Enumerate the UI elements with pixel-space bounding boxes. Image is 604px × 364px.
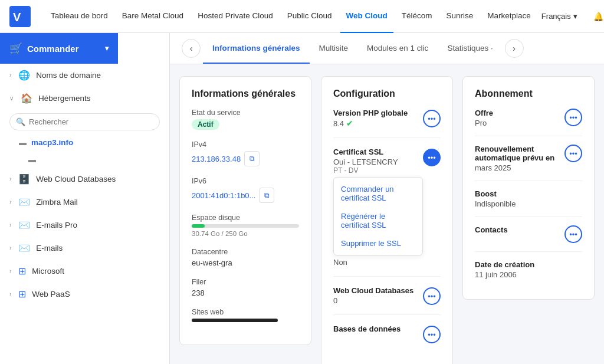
sidebar-item-web-cloud-databases[interactable]: › 🗄️ Web Cloud Databases — [0, 168, 169, 191]
svg-text:V: V — [13, 11, 21, 24]
config-bases: Bases de données ••• — [333, 324, 441, 353]
renouvellement-more-button[interactable]: ••• — [564, 145, 582, 162]
offre-more-button[interactable]: ••• — [564, 109, 582, 126]
mail-pro-icon: ✉️ — [18, 219, 30, 231]
sidebar-item-microsoft[interactable]: › ⊞ Microsoft — [0, 260, 169, 283]
cart-icon: 🛒 — [9, 42, 22, 55]
tab-next-button[interactable]: › — [505, 39, 524, 58]
copy-ipv4-button[interactable]: ⧉ — [244, 151, 260, 166]
main-content: ‹ Informations générales Multisite Modul… — [170, 33, 604, 364]
ipv4-value: 213.186.33.48 — [192, 155, 241, 163]
chevron-right-icon: › — [9, 199, 11, 205]
ssl-dropdown-supprimer[interactable]: Supprimer le SSL — [334, 234, 422, 252]
boost-value: Indisponible — [475, 199, 516, 208]
databases-more-button[interactable]: ••• — [423, 287, 441, 305]
nav-bare-metal[interactable]: Bare Metal Cloud — [116, 0, 189, 33]
config-databases: Web Cloud Databases 0 ••• — [333, 286, 441, 315]
sidebar-item-noms-de-domaine[interactable]: › 🌐 Noms de domaine — [0, 64, 169, 87]
tab-informations-generales[interactable]: Informations générales — [203, 33, 310, 64]
sites-label: Sites web — [192, 308, 299, 316]
ssl-more-button[interactable]: ••• — [423, 149, 441, 166]
renouvellement-label: Renouvellement automatique prévu en — [475, 145, 564, 162]
info-ipv4: IPv4 213.186.33.48 ⧉ — [192, 140, 299, 166]
copy-ipv6-button[interactable]: ⧉ — [259, 188, 274, 203]
contacts-more-button[interactable]: ••• — [564, 225, 582, 243]
chevron-right-icon: › — [9, 176, 11, 182]
contacts-label: Contacts — [475, 225, 508, 234]
progress-bar-fill — [192, 224, 205, 228]
config-title: Configuration — [333, 88, 441, 99]
date-value: 11 juin 2006 — [475, 270, 534, 279]
abo-date-creation: Date de création 11 juin 2006 — [475, 260, 582, 287]
sidebar-item-web-paas[interactable]: › ⊞ Web PaaS — [0, 283, 169, 306]
notification-icon[interactable]: 🔔 — [589, 7, 604, 26]
progress-bar-bg — [192, 224, 299, 228]
nav-marketplace[interactable]: Marketplace — [481, 0, 537, 33]
databases-value: 0 — [333, 296, 413, 305]
php-more-button[interactable]: ••• — [423, 110, 441, 127]
tab-statistiques[interactable]: Statistiques · — [438, 33, 502, 64]
app-body: 🛒 Commander ▾ › 🌐 Noms de domaine ∨ 🏠 Hé… — [0, 33, 604, 364]
sidebar-item-macp3[interactable]: ▬ macp3.info — [19, 134, 169, 151]
paas-icon: ⊞ — [18, 288, 26, 300]
php-label: Version PHP globale — [333, 109, 408, 117]
config-ssl: Certificat SSL Oui - LETSENCRY PT - DV C… — [333, 147, 441, 277]
card-informations-generales: Informations générales Etat du service A… — [179, 76, 311, 345]
nav-telecom[interactable]: Télécom — [396, 0, 438, 33]
sidebar-item-zimbra-mail[interactable]: › ✉️ Zimbra Mail — [0, 191, 169, 214]
hosting-icon: 🏠 — [21, 93, 32, 104]
nav-hosted-private[interactable]: Hosted Private Cloud — [192, 0, 279, 33]
bases-label: Bases de données — [333, 324, 401, 333]
language-selector[interactable]: Français ▾ — [537, 9, 582, 23]
nav-links: Tableau de bord Bare Metal Cloud Hosted … — [45, 0, 537, 33]
commander-button[interactable]: 🛒 Commander ▾ — [0, 33, 118, 64]
card-abonnement: Abonnement Offre Pro ••• Renouvellement … — [462, 76, 595, 300]
abo-offre: Offre Pro ••• — [475, 109, 582, 136]
info-datacentre: Datacentre eu-west-gra — [192, 248, 299, 267]
nav-public-cloud[interactable]: Public Cloud — [281, 0, 338, 33]
date-label: Date de création — [475, 260, 534, 269]
ipv6-value: 2001:41d0:1:1b0... — [192, 191, 255, 200]
card-info-title: Informations générales — [192, 88, 299, 99]
nav-sunrise[interactable]: Sunrise — [441, 0, 480, 33]
tab-prev-button[interactable]: ‹ — [182, 39, 201, 58]
search-box: 🔍 — [9, 113, 160, 130]
tab-modules[interactable]: Modules en 1 clic — [357, 33, 438, 64]
offre-value: Pro — [475, 119, 493, 127]
nav-web-cloud[interactable]: Web Cloud — [340, 0, 393, 33]
domain-icon: ▬ — [19, 138, 27, 147]
ssl-dropdown: Commander un certificat SSL Régénérer le… — [333, 177, 423, 255]
abo-title: Abonnement — [475, 88, 582, 99]
sidebar-item-hebergements[interactable]: ∨ 🏠 Hébergements — [0, 87, 169, 110]
sidebar: 🛒 Commander ▾ › 🌐 Noms de domaine ∨ 🏠 Hé… — [0, 33, 170, 364]
ssl-dropdown-commander[interactable]: Commander un certificat SSL — [334, 180, 422, 207]
datacentre-value: eu-west-gra — [192, 258, 299, 267]
sidebar-item-emails[interactable]: › ✉️ E-mails — [0, 237, 169, 260]
card-configuration: Configuration Version PHP globale 8.4 ✔ … — [321, 76, 453, 364]
mail-icon: ✉️ — [18, 196, 30, 208]
filer-value: 238 — [192, 288, 299, 297]
nav-tableau-de-bord[interactable]: Tableau de bord — [45, 0, 114, 33]
expand-icon[interactable]: ▬ — [28, 155, 36, 164]
sidebar-item-emails-pro[interactable]: › ✉️ E-mails Pro — [0, 214, 169, 237]
ipv4-label: IPv4 — [192, 140, 299, 149]
database-icon: 🗄️ — [18, 173, 30, 185]
etat-badge: Actif — [192, 119, 219, 130]
datacentre-label: Datacentre — [192, 248, 299, 256]
databases-label: Web Cloud Databases — [333, 286, 413, 295]
ssl-sub: PT - DV — [333, 166, 423, 175]
logo[interactable]: V — [9, 6, 31, 27]
search-icon: 🔍 — [16, 117, 25, 126]
bases-more-button[interactable]: ••• — [423, 326, 441, 343]
ipv6-label: IPv6 — [192, 177, 299, 185]
espace-used: 30.74 Go / 250 Go — [192, 230, 299, 237]
mail-basic-icon: ✉️ — [18, 242, 30, 254]
info-sites-web: Sites web — [192, 308, 299, 322]
ssl-dropdown-regenerer[interactable]: Régénérer le certificat SSL — [334, 207, 422, 234]
tab-multisite[interactable]: Multisite — [310, 33, 358, 64]
search-input[interactable] — [29, 117, 153, 126]
chevron-right-icon: › — [9, 268, 11, 274]
config-php: Version PHP globale 8.4 ✔ ••• — [333, 109, 441, 138]
chevron-right-icon: › — [9, 222, 11, 228]
cards-area: Informations générales Etat du service A… — [170, 64, 604, 364]
